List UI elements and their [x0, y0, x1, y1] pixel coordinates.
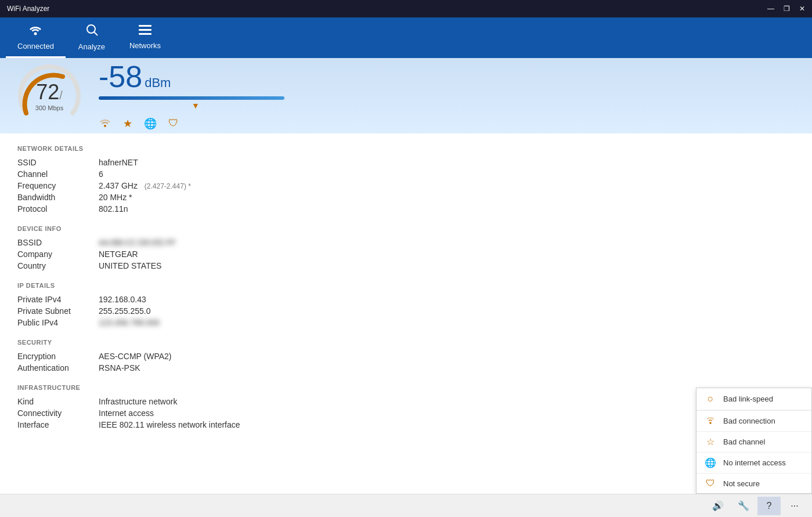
- globe-quality-icon[interactable]: 🌐: [144, 117, 157, 131]
- bssid-label: BSSID: [17, 238, 99, 247]
- bad-connection-label: Bad connection: [723, 417, 775, 425]
- titlebar: WiFi Analyzer — ❐ ✕: [0, 0, 812, 17]
- private-ipv4-label: Private IPv4: [17, 295, 99, 304]
- encryption-value: AES-CCMP (WPA2): [99, 352, 795, 361]
- authentication-label: Authentication: [17, 363, 99, 373]
- bandwidth-label: Bandwidth: [17, 193, 99, 202]
- legend-bad-link-speed: ○ Bad link-speed: [696, 388, 811, 410]
- wifi-quality-icon[interactable]: [99, 117, 111, 131]
- country-value: UNITED STATES: [99, 261, 795, 270]
- company-value: NETGEAR: [99, 250, 795, 259]
- nav-analyze[interactable]: Analyze: [66, 17, 118, 58]
- bad-connection-icon: [705, 415, 716, 426]
- app-title: WiFi Analyzer: [7, 5, 49, 13]
- frequency-label: Frequency: [17, 181, 99, 190]
- device-info-grid: BSSID AA:BB:CC:DD:EE:FF Company NETGEAR …: [17, 238, 795, 270]
- more-button[interactable]: ···: [783, 497, 806, 515]
- bssid-value: AA:BB:CC:DD:EE:FF: [99, 238, 795, 247]
- frequency-value: 2.437 GHz (2.427-2.447) *: [99, 181, 795, 190]
- signal-bar: [99, 96, 284, 100]
- infrastructure-title: INFRASTRUCTURE: [17, 384, 795, 391]
- country-label: Country: [17, 261, 99, 270]
- dbm-value: -58: [99, 62, 142, 92]
- signal-quality-icons: ★ 🌐 🛡: [99, 117, 284, 131]
- not-secure-icon: 🛡: [705, 478, 716, 489]
- legend-bad-connection: Bad connection: [696, 411, 811, 432]
- protocol-label: Protocol: [17, 204, 99, 214]
- security-title: SECURITY: [17, 339, 795, 346]
- interface-label: Interface: [17, 420, 99, 429]
- company-label: Company: [17, 250, 99, 259]
- gauge-value: 72: [36, 80, 59, 104]
- bad-channel-label: Bad channel: [723, 438, 765, 446]
- nav-networks[interactable]: Networks: [118, 17, 172, 58]
- volume-button[interactable]: 🔊: [706, 497, 730, 515]
- signal-panel: 72 / 300 Mbps -58 dBm ▼ ★ 🌐 🛡: [0, 58, 812, 133]
- ssid-value: hafnerNET: [99, 158, 795, 167]
- ssid-label: SSID: [17, 158, 99, 167]
- device-info-title: DEVICE INFO: [17, 225, 795, 232]
- bandwidth-value: 20 MHz *: [99, 193, 795, 202]
- svg-rect-5: [139, 33, 151, 35]
- settings-button[interactable]: 🔧: [732, 497, 755, 515]
- svg-rect-4: [139, 29, 151, 31]
- dbm-unit: dBm: [145, 75, 171, 91]
- svg-point-6: [104, 125, 106, 127]
- minimize-button[interactable]: —: [767, 5, 774, 13]
- network-details-grid: SSID hafnerNET Channel 6 Frequency 2.437…: [17, 158, 795, 214]
- authentication-value: RSNA-PSK: [99, 363, 795, 373]
- main-content: NETWORK DETAILS SSID hafnerNET Channel 6…: [0, 133, 812, 494]
- public-ipv4-label: Public IPv4: [17, 318, 99, 327]
- help-button[interactable]: ?: [757, 497, 781, 515]
- nav-connected[interactable]: Connected: [6, 17, 66, 58]
- gauge-slash: /: [59, 89, 63, 102]
- window-controls: — ❐ ✕: [767, 5, 805, 13]
- svg-rect-3: [139, 25, 151, 27]
- interface-value: IEEE 802.11 wireless network interface: [99, 420, 795, 429]
- connectivity-label: Connectivity: [17, 408, 99, 418]
- infrastructure-grid: Kind Infrastructure network Connectivity…: [17, 397, 795, 429]
- legend-no-internet: 🌐 No internet access: [696, 453, 811, 473]
- star-quality-icon[interactable]: ★: [123, 117, 132, 131]
- no-internet-icon: 🌐: [705, 457, 716, 468]
- nav-analyze-label: Analyze: [78, 42, 105, 51]
- bad-channel-icon: ☆: [705, 436, 716, 447]
- legend-bad-channel: ☆ Bad channel: [696, 432, 811, 453]
- channel-label: Channel: [17, 169, 99, 179]
- private-subnet-label: Private Subnet: [17, 306, 99, 316]
- public-ipv4-value: 123.456.789.000: [99, 318, 795, 327]
- channel-value: 6: [99, 169, 795, 179]
- legend-panel: ○ Bad link-speed Bad connection ☆ Bad ch…: [696, 388, 812, 494]
- bad-link-speed-icon: ○: [705, 393, 716, 405]
- private-subnet-value: 255.255.255.0: [99, 306, 795, 316]
- private-ipv4-value: 192.168.0.43: [99, 295, 795, 304]
- protocol-value: 802.11n: [99, 204, 795, 214]
- not-secure-label: Not secure: [723, 479, 760, 488]
- svg-point-0: [34, 32, 37, 35]
- svg-line-2: [94, 32, 98, 36]
- ip-details-grid: Private IPv4 192.168.0.43 Private Subnet…: [17, 295, 795, 327]
- close-button[interactable]: ✕: [799, 5, 805, 13]
- svg-point-1: [87, 25, 95, 33]
- analyze-icon: [85, 23, 99, 40]
- gauge-mbps: 300 Mbps: [35, 104, 63, 111]
- shield-quality-icon[interactable]: 🛡: [168, 117, 179, 131]
- signal-strength-info: -58 dBm ▼ ★ 🌐 🛡: [99, 62, 284, 131]
- speed-gauge: 72 / 300 Mbps: [17, 64, 81, 128]
- security-grid: Encryption AES-CCMP (WPA2) Authenticatio…: [17, 352, 795, 373]
- nav-connected-label: Connected: [17, 42, 54, 50]
- encryption-label: Encryption: [17, 352, 99, 361]
- network-details-title: NETWORK DETAILS: [17, 145, 795, 152]
- kind-label: Kind: [17, 397, 99, 406]
- svg-point-7: [709, 422, 712, 424]
- bottombar: 🔊 🔧 ? ···: [0, 494, 812, 517]
- no-internet-label: No internet access: [723, 458, 786, 467]
- connected-icon: [27, 23, 44, 39]
- connectivity-value: Internet access: [99, 408, 795, 418]
- nav-networks-label: Networks: [129, 41, 161, 50]
- legend-not-secure: 🛡 Not secure: [696, 473, 811, 493]
- navbar: Connected Analyze Networks: [0, 17, 812, 58]
- kind-value: Infrastructure network: [99, 397, 795, 406]
- ip-details-title: IP DETAILS: [17, 282, 795, 289]
- maximize-button[interactable]: ❐: [784, 5, 790, 13]
